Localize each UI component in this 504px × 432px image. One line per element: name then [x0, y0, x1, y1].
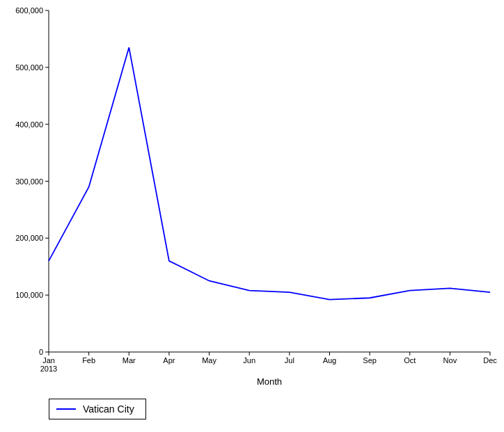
- svg-text:Jul: Jul: [285, 356, 294, 365]
- svg-text:400,000: 400,000: [15, 120, 43, 129]
- svg-text:May: May: [202, 356, 216, 365]
- legend-line-icon: [56, 408, 76, 410]
- svg-text:Apr: Apr: [163, 356, 175, 365]
- svg-text:Feb: Feb: [82, 356, 95, 365]
- svg-text:Aug: Aug: [323, 356, 337, 365]
- svg-text:100,000: 100,000: [15, 291, 43, 299]
- legend-label: Vatican City: [83, 403, 134, 415]
- svg-text:Mar: Mar: [123, 356, 136, 365]
- svg-text:Oct: Oct: [404, 356, 416, 365]
- chart-svg: 0100,000200,000300,000400,000500,000600,…: [0, 0, 504, 432]
- svg-text:2013: 2013: [40, 365, 57, 373]
- svg-text:300,000: 300,000: [15, 177, 43, 186]
- legend-box: Vatican City: [49, 399, 146, 419]
- svg-text:Dec: Dec: [483, 356, 497, 365]
- svg-text:200,000: 200,000: [15, 234, 43, 242]
- svg-text:500,000: 500,000: [15, 63, 43, 72]
- svg-text:Sep: Sep: [363, 356, 377, 365]
- svg-text:Nov: Nov: [443, 356, 457, 365]
- svg-text:Jan: Jan: [42, 356, 55, 365]
- chart-container: 0100,000200,000300,000400,000500,000600,…: [0, 0, 504, 432]
- svg-text:Month: Month: [257, 376, 282, 387]
- svg-text:Jun: Jun: [243, 356, 255, 365]
- svg-text:0: 0: [39, 348, 43, 356]
- svg-text:600,000: 600,000: [15, 6, 43, 15]
